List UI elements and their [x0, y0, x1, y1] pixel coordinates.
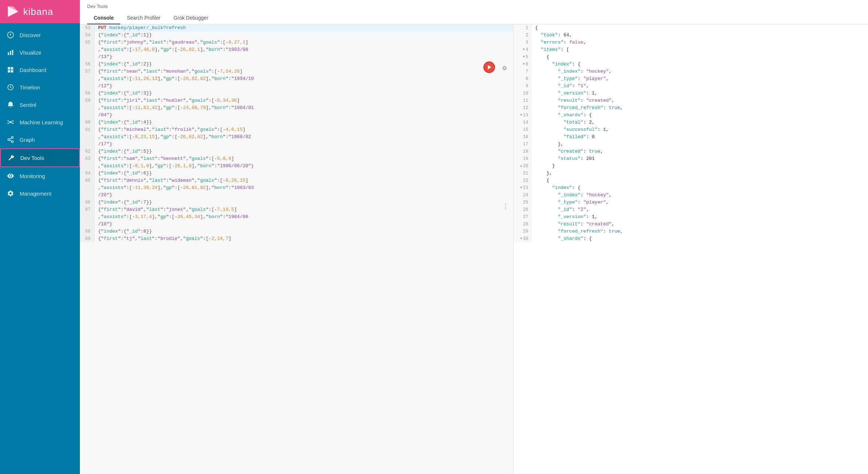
tab-grok-debugger[interactable]: Grok Debugger — [167, 12, 215, 24]
sidebar-item-machine-learning[interactable]: Machine Learning — [0, 113, 80, 131]
line-content-57c[interactable]: /12"} — [94, 83, 513, 90]
line-num-63b — [80, 162, 94, 170]
code-line-55: 55 {"first":"johnny","last":"gaudreau","… — [80, 39, 513, 46]
tab-search-profiler[interactable]: Search Profiler — [120, 12, 167, 24]
output-line-21: 21 }, — [514, 170, 868, 177]
code-line-57b: ,"assists":[-11,26,13],"gp":[-26,82,82],… — [80, 75, 513, 83]
line-content-63[interactable]: {"first":"sam","last":"bennett","goals":… — [94, 155, 513, 162]
svg-point-22 — [12, 137, 13, 138]
svg-point-13 — [10, 121, 12, 123]
line-content-65b[interactable]: ,"assists":[-11,30,24],"gp":[-26,81,82],… — [94, 184, 513, 192]
settings-button[interactable]: ⚙ — [500, 64, 509, 72]
line-content-66[interactable]: {"index":{"_id":7}} — [94, 199, 513, 206]
code-line-63b: ,"assists":[-8,1,0],"gp":[-26,1,0],"born… — [80, 162, 513, 170]
tab-console[interactable]: Console — [87, 12, 120, 24]
line-content-62[interactable]: {"index":{"_id":5}} — [94, 148, 513, 155]
line-content-53[interactable]: PUT hockey/player/_bulk?refresh — [94, 24, 513, 32]
output-line-30: ▼30 "_shards": { — [514, 235, 868, 242]
sidebar-item-monitoring[interactable]: Monitoring — [0, 167, 80, 185]
line-content-56[interactable]: {"index":{"_id":2}} — [94, 61, 513, 68]
code-line-65c: /20"} — [80, 192, 513, 199]
sidebar-item-dev-tools[interactable]: Dev Tools — [0, 148, 80, 167]
output-content-17: }, — [532, 141, 868, 148]
output-line-17: 17 }, — [514, 141, 868, 148]
line-content-67c[interactable]: /10"} — [94, 221, 513, 228]
line-num-65b — [80, 184, 94, 192]
line-num-63: 63 — [80, 155, 94, 162]
line-content-55[interactable]: {"first":"johnny","last":"gaudreau","goa… — [94, 39, 513, 46]
line-content-55b[interactable]: ,"assists":[-17,46,0],"gp":[-26,82,1],"b… — [94, 46, 513, 53]
sidebar-item-sentinel-label: Sentinl — [20, 102, 36, 108]
output-line-num-25: 25 — [514, 199, 532, 206]
editor-content[interactable]: 53 PUT hockey/player/_bulk?refresh 54 {"… — [80, 24, 513, 474]
share-icon — [7, 136, 15, 144]
main-area: Dev Tools Console Search Profiler Grok D… — [80, 0, 868, 474]
output-line-num-13: ▼13 — [514, 112, 532, 119]
output-content-9: "_id": "1", — [532, 83, 868, 90]
output-line-18: 18 "created": true, — [514, 148, 868, 155]
line-content-63b[interactable]: ,"assists":[-8,1,0],"gp":[-26,1,0],"born… — [94, 162, 513, 170]
ml-icon — [7, 118, 15, 126]
output-line-20: ▲20 } — [514, 162, 868, 170]
sidebar-item-dashboard[interactable]: Dashboard — [0, 61, 80, 79]
line-content-57b[interactable]: ,"assists":[-11,26,13],"gp":[-26,82,82],… — [94, 75, 513, 83]
line-num-61: 61 — [80, 126, 94, 133]
output-content-27: "_version": 1, — [532, 213, 868, 221]
output-content-21: }, — [532, 170, 868, 177]
output-content-16: "failed": 0 — [532, 133, 868, 141]
svg-marker-4 — [10, 35, 11, 37]
sidebar-item-discover[interactable]: Discover — [0, 26, 80, 44]
code-line-54: 54 {"index":{"_id":1}} — [80, 32, 513, 39]
output-line-num-6: ▼6 — [514, 61, 532, 68]
code-line-57: 57 {"first":"sean","last":"monohan","goa… — [80, 68, 513, 75]
output-line-num-27: 27 — [514, 213, 532, 221]
output-line-num-1: 1 — [514, 24, 532, 32]
sidebar-item-visualize[interactable]: Visualize — [0, 44, 80, 61]
line-num-67b — [80, 213, 94, 221]
line-content-65c[interactable]: /20"} — [94, 192, 513, 199]
output-line-11: 11 "result": "created", — [514, 97, 868, 104]
sidebar-item-management[interactable]: Management — [0, 185, 80, 202]
line-content-68[interactable]: {"index":{"_id":8}} — [94, 228, 513, 235]
output-line-14: 14 "total": 2, — [514, 119, 868, 126]
output-line-13: ▼13 "_shards": { — [514, 112, 868, 119]
line-content-55c[interactable]: /13"} — [94, 53, 513, 61]
code-line-67c: /10"} — [80, 221, 513, 228]
code-line-61c: /17"} — [80, 141, 513, 148]
line-num-61c — [80, 141, 94, 148]
line-content-67b[interactable]: ,"assists":[-3,17,4],"gp":[-26,45,34],"b… — [94, 213, 513, 221]
page-title: Dev Tools — [87, 4, 861, 9]
run-button[interactable] — [483, 61, 495, 73]
output-line-num-24: 24 — [514, 192, 532, 199]
line-content-65[interactable]: {"first":"dennis","last":"wideman","goal… — [94, 177, 513, 184]
line-content-67[interactable]: {"first":"david","last":"jones","goals":… — [94, 206, 513, 213]
line-content-61b[interactable]: ,"assists":[-8,23,15],"gp":[-26,82,82],"… — [94, 133, 513, 141]
output-panel[interactable]: 1 { 2 "took": 64, 3 "errors": false, ▼4 … — [514, 24, 868, 474]
svg-rect-10 — [8, 70, 11, 73]
line-content-61[interactable]: {"first":"micheal","last":"frolik","goal… — [94, 126, 513, 133]
line-content-60[interactable]: {"index":{"_id":4}} — [94, 119, 513, 126]
line-content-59b[interactable]: ,"assists":[-11,62,42],"gp":[-24,80,79],… — [94, 104, 513, 112]
more-options-button[interactable]: ⋮ — [502, 202, 509, 210]
code-line-59c: /04"} — [80, 112, 513, 119]
sidebar-item-timelion-label: Timelion — [20, 84, 40, 91]
line-content-61c[interactable]: /17"} — [94, 141, 513, 148]
logo-text: kibana — [23, 6, 53, 17]
line-content-58[interactable]: {"index":{"_id":3}} — [94, 90, 513, 97]
tab-bar: Console Search Profiler Grok Debugger — [87, 12, 861, 24]
code-line-58: 58 {"index":{"_id":3}} — [80, 90, 513, 97]
line-num-58: 58 — [80, 90, 94, 97]
line-content-57[interactable]: {"first":"sean","last":"monohan","goals"… — [94, 68, 513, 75]
output-content-6: "index": { — [532, 61, 868, 68]
sidebar-item-graph[interactable]: Graph — [0, 131, 80, 148]
line-content-69[interactable]: {"first":"tj","last":"brodie","goals":[-… — [94, 235, 513, 242]
output-line-15: 15 "successful": 1, — [514, 126, 868, 133]
sidebar-item-sentinel[interactable]: Sentinl — [0, 96, 80, 113]
line-content-59c[interactable]: /04"} — [94, 112, 513, 119]
output-content-15: "successful": 1, — [532, 126, 868, 133]
sidebar-item-timelion[interactable]: Timelion — [0, 79, 80, 96]
line-content-54[interactable]: {"index":{"_id":1}} — [94, 32, 513, 39]
line-content-59[interactable]: {"first":"jiri","last":"hudler","goals":… — [94, 97, 513, 104]
svg-line-21 — [11, 122, 12, 123]
line-content-64[interactable]: {"index":{"_id":6}} — [94, 170, 513, 177]
